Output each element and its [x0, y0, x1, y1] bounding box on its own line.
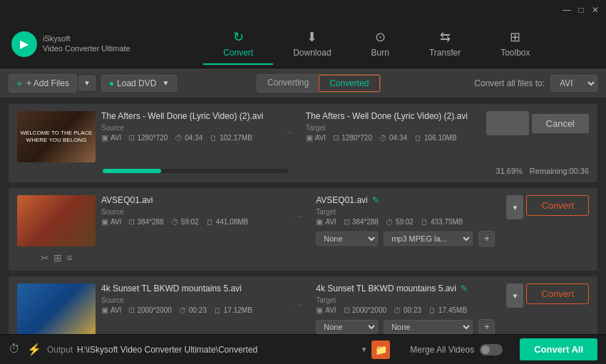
subtitle-select-2[interactable]: mp3 MPEG la...	[384, 232, 473, 246]
format-select[interactable]: AVI MP4 MKV MOV	[550, 75, 597, 92]
convert-button-2[interactable]: Convert	[526, 195, 589, 216]
history-icon[interactable]: ⏱	[9, 343, 20, 356]
minimize-button[interactable]: —	[562, 5, 572, 15]
status-tabs: Converting Converted	[257, 74, 380, 93]
audio-track-select-3[interactable]: None	[316, 320, 378, 334]
load-dvd-button[interactable]: ● Load DVD ▼	[101, 75, 178, 92]
target-name-2: AVSEQ01.avi ✎	[316, 195, 495, 205]
nav-tabs: ↻ Convert ⬇ Download ⊙ Burn ⇆ Transfer ⊞…	[159, 24, 595, 65]
footer: ⏱ ⚡ Output H:\iSkysoft Video Converter U…	[0, 334, 606, 364]
source-format-2: ▣ AVI	[101, 217, 121, 227]
source-size-2: 🗋 441.08MB	[206, 218, 249, 227]
target-block-1: The Afters - Well Done (Lyric Video) (2)…	[306, 111, 475, 142]
convert-all-button[interactable]: Convert All	[520, 338, 597, 360]
source-meta-1: ▣ AVI ⊡ 1280*720 ⏱ 04:34 🗋 102.17MB	[101, 133, 270, 142]
settings-icon[interactable]: ⚡	[27, 343, 41, 356]
download-nav-icon: ⬇	[307, 29, 317, 45]
source-meta-2: ▣ AVI ⊡ 384*288 ⏱ 59:02 🗋 441.08MB	[101, 217, 280, 227]
load-dvd-label: Load DVD	[117, 78, 156, 88]
burn-tab-label: Burn	[371, 48, 389, 58]
title-bar: — □ ✕	[0, 0, 606, 20]
target-label-2: Target	[316, 208, 495, 216]
add-files-button[interactable]: + + Add Files	[9, 74, 77, 93]
target-block-3: 4k Sunset TL BKWD mountains 5.avi ✎ Targ…	[316, 284, 495, 334]
file-card-1: WELCOME TO THE PLACE WHERE YOU BELONG Th…	[9, 104, 597, 182]
thumbnail-3	[17, 284, 96, 334]
toggle-knob	[481, 345, 490, 354]
sub-options-2: None mp3 MPEG la... +	[316, 231, 495, 246]
convert-dropdown-btn-3[interactable]: ▼	[506, 284, 523, 308]
open-folder-button[interactable]: 📁	[371, 340, 390, 359]
progress-remaining-1: Remaining:00:36	[530, 167, 589, 175]
add-audio-btn-2[interactable]: +	[478, 231, 495, 246]
target-resolution-1: ⊡ 1280*720	[333, 133, 372, 142]
convert-button-3[interactable]: Convert	[526, 284, 589, 304]
convert-dropdown-btn-2[interactable]: ▼	[506, 195, 523, 219]
source-duration-1: ⏱ 04:34	[175, 134, 202, 142]
thumbnail-1: WELCOME TO THE PLACE WHERE YOU BELONG	[17, 111, 96, 162]
target-format-1: ▣ AVI	[306, 133, 326, 142]
target-name-1: The Afters - Well Done (Lyric Video) (2)…	[306, 111, 475, 121]
add-audio-btn-3[interactable]: +	[478, 319, 495, 334]
subtitle-select-3[interactable]: None	[384, 320, 473, 334]
source-resolution-1: ⊡ 1280*720	[128, 133, 168, 142]
merge-all-label: Merge All Videos	[410, 345, 474, 355]
cancel-button-1[interactable]: Cancel	[532, 114, 589, 133]
merge-toggle[interactable]	[480, 344, 503, 355]
convert-nav-icon: ↻	[233, 29, 244, 45]
file-list: WELCOME TO THE PLACE WHERE YOU BELONG Th…	[0, 98, 606, 334]
transfer-tab-label: Transfer	[429, 48, 461, 58]
effects-tool-btn[interactable]: ⊞	[53, 252, 62, 264]
t-duration-icon-1: ⏱	[379, 134, 387, 142]
tab-toolbox[interactable]: ⊞ Toolbox	[481, 24, 550, 65]
action-col-3: ▼ Convert	[500, 284, 589, 308]
source-label-2: Source	[101, 208, 280, 216]
more-tool-btn[interactable]: ≡	[66, 252, 72, 264]
thumb-text-1: WELCOME TO THE PLACE WHERE YOU BELONG	[17, 127, 96, 146]
tab-transfer[interactable]: ⇆ Transfer	[409, 24, 481, 65]
convert-tab-label: Convert	[223, 48, 253, 58]
source-size-1: 🗋 102.17MB	[210, 134, 252, 142]
tab-download[interactable]: ⬇ Download	[273, 24, 351, 65]
toolbar: + + Add Files ▼ ● Load DVD ▼ Converting …	[0, 68, 606, 98]
tab-burn[interactable]: ⊙ Burn	[351, 24, 409, 65]
cut-tool-btn[interactable]: ✂	[41, 252, 49, 264]
tab-convert[interactable]: ↻ Convert	[203, 24, 273, 65]
arrow-3: →	[286, 284, 310, 313]
source-label-1: Source	[101, 124, 270, 132]
maximize-button[interactable]: □	[576, 5, 586, 15]
tab-converting[interactable]: Converting	[257, 75, 319, 92]
output-arrow[interactable]: ▼	[360, 345, 367, 353]
file-name-1: The Afters - Well Done (Lyric Video) (2)…	[101, 111, 270, 121]
format-icon-1: ▣	[101, 133, 108, 142]
audio-track-select-2[interactable]: None	[316, 232, 378, 246]
convert-all-files-label: Convert all files to:	[474, 78, 545, 88]
burn-nav-icon: ⊙	[375, 29, 386, 45]
download-tab-label: Download	[293, 48, 331, 58]
add-files-dropdown-button[interactable]: ▼	[78, 76, 96, 90]
target-meta-1: ▣ AVI ⊡ 1280*720 ⏱ 04:34 🗋 106.10MB	[306, 133, 475, 142]
edit-target-icon-2[interactable]: ✎	[372, 195, 379, 205]
arrow-1: →	[276, 111, 300, 140]
t-size-icon-1: 🗋	[414, 134, 422, 142]
duration-icon-1: ⏱	[175, 134, 183, 142]
resolution-icon-1: ⊡	[128, 133, 135, 142]
add-files-label: + Add Files	[26, 78, 69, 88]
app-title: iSkysoft Video Converter Ultimate	[43, 34, 130, 53]
thumb-tools-2: ✂ ⊞ ≡	[41, 252, 72, 264]
close-button[interactable]: ✕	[590, 5, 600, 15]
source-duration-2: ⏱ 59:02	[171, 218, 199, 227]
target-label-1: Target	[306, 124, 475, 132]
t-format-icon-1: ▣	[306, 133, 313, 142]
edit-target-icon-3[interactable]: ✎	[461, 284, 468, 293]
progress-row-1: 31.69% Remaining:00:36	[17, 167, 589, 175]
target-name-3: 4k Sunset TL BKWD mountains 5.avi ✎	[316, 284, 495, 293]
file-card-3: ✂ ⊞ ≡ 4k Sunset TL BKWD mountains 5.avi …	[9, 276, 597, 334]
app-subtitle: Video Converter Ultimate	[43, 44, 130, 53]
tab-converted[interactable]: Converted	[319, 75, 379, 92]
toolbox-tab-label: Toolbox	[500, 48, 530, 58]
window-controls: — □ ✕	[562, 5, 600, 15]
plus-icon: +	[16, 78, 22, 89]
target-block-2: AVSEQ01.avi ✎ Target ▣ AVI ⊡ 384*288 ⏱	[316, 195, 495, 246]
toolbox-nav-icon: ⊞	[510, 29, 520, 45]
